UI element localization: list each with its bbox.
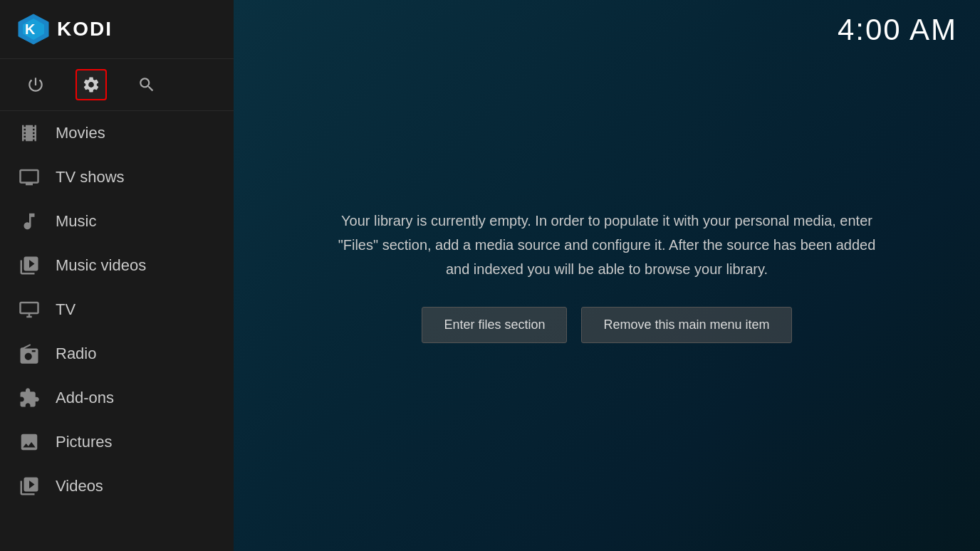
settings-button[interactable] [75,69,107,100]
sidebar-item-tv[interactable]: TV [0,288,234,332]
kodi-logo-icon: K [17,13,50,46]
music-icon [17,209,41,233]
pictures-label: Pictures [56,433,112,451]
power-icon [26,75,45,94]
videos-label: Videos [56,477,103,495]
sidebar: K KODI Movies [0,0,234,551]
tv-shows-label: TV shows [56,168,125,187]
radio-icon [17,342,41,366]
search-button[interactable] [131,69,162,100]
tv-icon [17,298,41,322]
remove-menu-item-button[interactable]: Remove this main menu item [581,307,791,343]
videos-icon [17,474,41,498]
enter-files-button[interactable]: Enter files section [422,307,567,343]
radio-label: Radio [56,345,96,363]
music-label: Music [56,212,96,231]
movies-label: Movies [56,124,105,142]
tv-label: TV [56,300,75,319]
sidebar-item-pictures[interactable]: Pictures [0,420,234,464]
sidebar-item-movies[interactable]: Movies [0,111,234,155]
app-title: KODI [57,18,113,41]
music-videos-label: Music videos [56,256,146,275]
movies-icon [17,121,41,145]
clock-display: 4:00 AM [838,13,957,47]
sidebar-item-music-videos[interactable]: Music videos [0,243,234,288]
action-buttons: Enter files section Remove this main men… [422,307,791,343]
add-ons-label: Add-ons [56,389,114,407]
nav-menu: Movies TV shows Music Music videos [0,111,234,551]
pictures-icon [17,430,41,454]
music-videos-icon [17,253,41,278]
main-content: 4:00 AM Your library is currently empty.… [234,0,980,551]
content-area: Your library is currently empty. In orde… [234,0,980,551]
sidebar-item-tv-shows[interactable]: TV shows [0,155,234,199]
library-empty-message: Your library is currently empty. In orde… [329,209,885,281]
search-icon [137,75,156,94]
sidebar-item-add-ons[interactable]: Add-ons [0,376,234,420]
sidebar-item-videos[interactable]: Videos [0,464,234,508]
settings-icon [82,75,100,94]
power-button[interactable] [20,69,51,100]
top-icon-bar [0,59,234,111]
sidebar-item-music[interactable]: Music [0,199,234,243]
add-ons-icon [17,386,41,410]
tv-shows-icon [17,165,41,189]
svg-text:K: K [25,21,36,37]
app-header: K KODI [0,0,234,59]
sidebar-item-radio[interactable]: Radio [0,332,234,376]
